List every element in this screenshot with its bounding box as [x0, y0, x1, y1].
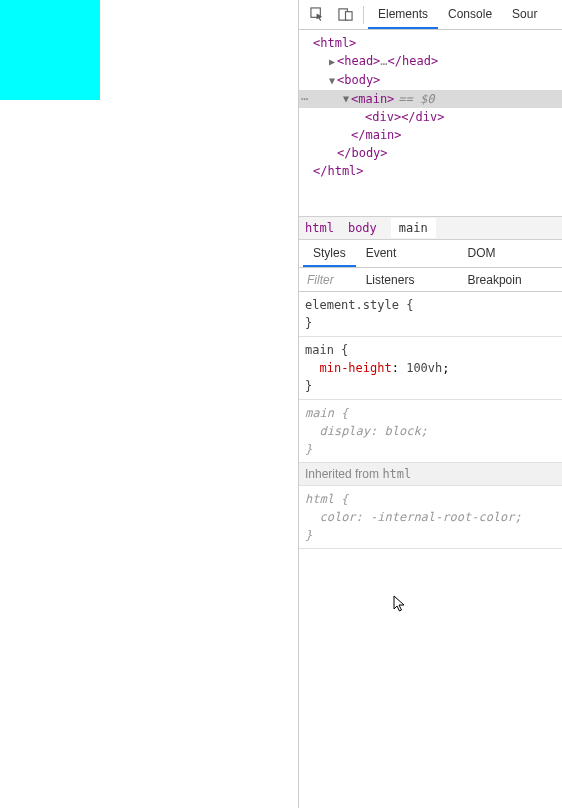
devtools-panel: Elements Console Sour <html> ▶<head>…</h…: [298, 0, 562, 808]
subtab-dom-breakpoints[interactable]: DOM Breakpoin: [458, 240, 562, 267]
dom-node-main-open[interactable]: ⋯▼<main>== $0: [299, 90, 562, 108]
breadcrumb-body[interactable]: body: [348, 221, 377, 235]
css-value[interactable]: 100vh: [406, 361, 442, 375]
css-value[interactable]: -internal-root-color: [370, 510, 515, 524]
brace-close: }: [305, 440, 556, 458]
dom-node-html-close[interactable]: </html>: [299, 162, 562, 180]
css-value[interactable]: block: [384, 424, 420, 438]
collapse-icon[interactable]: ▼: [341, 90, 351, 108]
toolbar-separator: [363, 6, 364, 24]
device-toolbar-icon[interactable]: [331, 1, 359, 29]
selector: element.style {: [305, 296, 556, 314]
style-html-color[interactable]: html { color: -internal-root-color; }: [299, 486, 562, 549]
css-property[interactable]: min-height: [319, 361, 391, 375]
devtools-toolbar: Elements Console Sour: [299, 0, 562, 30]
subtab-event-listeners[interactable]: Event Listeners: [356, 240, 458, 267]
dom-node-html-open[interactable]: <html>: [299, 34, 562, 52]
brace-close: }: [305, 526, 556, 544]
expand-icon[interactable]: ▶: [327, 53, 337, 71]
dom-node-body-close[interactable]: </body>: [299, 144, 562, 162]
breadcrumb-main[interactable]: main: [391, 218, 436, 238]
tab-console[interactable]: Console: [438, 0, 502, 29]
css-property[interactable]: display: [319, 424, 370, 438]
dom-node-main-close[interactable]: </main>: [299, 126, 562, 144]
console-reference: == $0: [394, 90, 434, 108]
rendered-div-element: [0, 0, 100, 100]
css-property[interactable]: color: [319, 510, 355, 524]
dom-tree[interactable]: <html> ▶<head>…</head> ▼<body> ⋯▼<main>=…: [299, 30, 562, 186]
inspect-element-icon[interactable]: [303, 1, 331, 29]
selector: main {: [305, 404, 556, 422]
tab-elements[interactable]: Elements: [368, 0, 438, 29]
dom-node-head[interactable]: ▶<head>…</head>: [299, 52, 562, 71]
styles-filter-input[interactable]: Filter: [299, 268, 562, 292]
page-content: [0, 0, 298, 808]
brace-close: }: [305, 377, 556, 395]
inherited-source[interactable]: html: [382, 467, 411, 481]
ellipsis-icon[interactable]: ⋯: [301, 90, 308, 108]
breadcrumb: html body main: [299, 216, 562, 240]
collapse-icon[interactable]: ▼: [327, 72, 337, 90]
style-main-display[interactable]: main { display: block; }: [299, 400, 562, 463]
selector: html {: [305, 490, 556, 508]
style-element-style[interactable]: element.style { }: [299, 292, 562, 337]
subtab-styles[interactable]: Styles: [303, 240, 356, 267]
selector: main {: [305, 341, 556, 359]
dom-node-div[interactable]: <div></div>: [299, 108, 562, 126]
styles-subtabs: Styles Event Listeners DOM Breakpoin: [299, 240, 562, 268]
brace-close: }: [305, 314, 556, 332]
style-main-minheight[interactable]: main { min-height: 100vh; }: [299, 337, 562, 400]
svg-rect-2: [345, 12, 352, 20]
dom-node-body-open[interactable]: ▼<body>: [299, 71, 562, 90]
breadcrumb-html[interactable]: html: [305, 221, 334, 235]
tab-sources[interactable]: Sour: [502, 0, 547, 29]
inherited-from-header: Inherited from html: [299, 463, 562, 486]
